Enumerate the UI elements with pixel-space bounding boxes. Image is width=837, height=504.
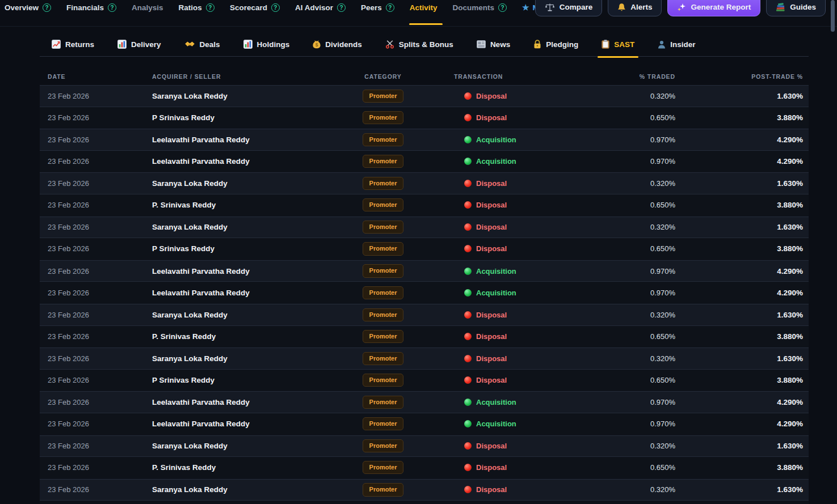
nav-item-ai-advisor[interactable]: AI Advisor ? (295, 2, 346, 13)
nav-item-ratios[interactable]: Ratios ? (179, 2, 214, 13)
category-badge: Promoter (363, 177, 404, 190)
table-row[interactable]: 23 Feb 2026 P. Srinivas Reddy Promoter D… (40, 457, 809, 479)
row-post-trade-percent: 4.290% (675, 157, 803, 166)
table-row[interactable]: 23 Feb 2026 P Srinivas Reddy Promoter Di… (40, 370, 809, 392)
tab-delivery[interactable]: Delivery (117, 40, 161, 49)
help-icon[interactable]: ? (108, 3, 116, 12)
tab-returns[interactable]: Returns (52, 40, 94, 49)
tab-deals[interactable]: Deals (184, 40, 220, 49)
tab-splits-bonus[interactable]: Splits & Bonus (385, 40, 453, 49)
help-icon[interactable]: ? (271, 3, 280, 12)
row-date: 23 Feb 2026 (40, 179, 142, 188)
row-category: Promoter (340, 155, 426, 168)
table-row[interactable]: 23 Feb 2026 Saranya Loka Reddy Promoter … (40, 217, 809, 239)
row-transaction: Acquisition (426, 398, 562, 406)
tab-dividends[interactable]: $ Dividends (313, 40, 362, 49)
money-bag-icon: $ (313, 40, 321, 49)
column-header-acquirer: ACQUIRER / SELLER (142, 73, 340, 80)
table-row[interactable]: 23 Feb 2026 Saranya Loka Reddy Promoter … (40, 304, 809, 326)
table-row[interactable]: 23 Feb 2026 Saranya Loka Reddy Promoter … (40, 348, 809, 370)
nav-item-financials[interactable]: Financials ? (66, 2, 116, 13)
table-row[interactable]: 23 Feb 2026 P Srinivas Reddy Promoter Di… (40, 501, 809, 504)
line-chart-icon (52, 40, 61, 49)
table-row[interactable]: 23 Feb 2026 Leelavathi Parvatha Reddy Pr… (40, 391, 809, 413)
row-post-trade-percent: 4.290% (675, 267, 803, 276)
row-category: Promoter (340, 374, 426, 387)
table-row[interactable]: 23 Feb 2026 Saranya Loka Reddy Promoter … (40, 172, 809, 194)
table-row[interactable]: 23 Feb 2026 P. Srinivas Reddy Promoter D… (40, 326, 809, 348)
nav-label: Overview (5, 2, 39, 13)
bar-chart-icon (243, 40, 253, 49)
row-date: 23 Feb 2026 (40, 354, 142, 363)
category-badge: Promoter (363, 396, 404, 409)
vertical-scrollbar-thumb[interactable] (831, 0, 835, 32)
row-post-trade-percent: 3.880% (675, 332, 803, 341)
help-icon[interactable]: ? (498, 3, 507, 12)
table-row[interactable]: 23 Feb 2026 Leelavathi Parvatha Reddy Pr… (40, 151, 809, 173)
tab-insider[interactable]: Insider (658, 40, 695, 49)
nav-item-analysis[interactable]: Analysis (132, 2, 163, 13)
table-row[interactable]: 23 Feb 2026 P. Srinivas Reddy Promoter D… (40, 194, 809, 217)
row-transaction: Disposal (426, 485, 562, 494)
table-header: DATE ACQUIRER / SELLER CATEGORY TRANSACT… (40, 68, 809, 85)
guides-button[interactable]: Guides (766, 0, 826, 16)
nav-item-overview[interactable]: Overview ? (5, 2, 51, 13)
tab-sast[interactable]: SAST (602, 40, 634, 49)
row-date: 23 Feb 2026 (40, 223, 142, 231)
table-row[interactable]: 23 Feb 2026 Leelavathi Parvatha Reddy Pr… (40, 129, 809, 151)
row-percent-traded: 0.320% (562, 92, 675, 100)
nav-item-peers[interactable]: Peers ? (361, 2, 394, 13)
row-post-trade-percent: 4.290% (675, 289, 803, 297)
transaction-label: Acquisition (476, 267, 516, 276)
help-icon[interactable]: ? (337, 3, 346, 12)
row-percent-traded: 0.650% (562, 332, 675, 341)
transaction-label: Disposal (476, 354, 507, 363)
transaction-label: Disposal (476, 485, 507, 494)
row-date: 23 Feb 2026 (40, 267, 142, 276)
nav-item-scorecard[interactable]: Scorecard ? (230, 2, 280, 13)
row-date: 23 Feb 2026 (40, 398, 142, 406)
transaction-dot-icon (464, 180, 472, 187)
tab-pledging[interactable]: Pledging (533, 40, 578, 49)
nav-item-activity[interactable]: Activity (410, 2, 438, 13)
row-category: Promoter (340, 111, 426, 124)
row-acquirer-seller: P Srinivas Reddy (142, 113, 340, 122)
help-icon[interactable]: ? (386, 3, 394, 12)
compare-button[interactable]: Compare (535, 0, 603, 16)
help-icon[interactable]: ? (43, 3, 51, 12)
nav-item-documents[interactable]: Documents ? (453, 2, 507, 13)
table-row[interactable]: 23 Feb 2026 Saranya Loka Reddy Promoter … (40, 85, 809, 107)
table-row[interactable]: 23 Feb 2026 Leelavathi Parvatha Reddy Pr… (40, 413, 809, 435)
alerts-button[interactable]: Alerts (608, 0, 662, 16)
table-row[interactable]: 23 Feb 2026 Saranya Loka Reddy Promoter … (40, 479, 809, 501)
table-row[interactable]: 23 Feb 2026 Leelavathi Parvatha Reddy Pr… (40, 282, 809, 304)
table-row[interactable]: 23 Feb 2026 Saranya Loka Reddy Promoter … (40, 435, 809, 458)
row-transaction: Acquisition (426, 135, 562, 144)
table-row[interactable]: 23 Feb 2026 P Srinivas Reddy Promoter Di… (40, 238, 809, 260)
row-date: 23 Feb 2026 (40, 463, 142, 472)
nav-label: Ratios (179, 2, 202, 13)
nav-label: Analysis (132, 2, 163, 13)
row-acquirer-seller: Saranya Loka Reddy (142, 354, 340, 363)
transaction-dot-icon (464, 376, 472, 384)
row-post-trade-percent: 3.880% (675, 201, 803, 209)
transaction-label: Disposal (476, 244, 507, 253)
row-category: Promoter (340, 90, 426, 103)
row-acquirer-seller: Saranya Loka Reddy (142, 223, 340, 231)
row-post-trade-percent: 1.630% (675, 442, 803, 450)
row-transaction: Disposal (426, 442, 562, 450)
transaction-dot-icon (464, 355, 472, 362)
generate-report-button[interactable]: Generate Report (667, 0, 760, 16)
category-badge: Promoter (363, 286, 404, 299)
table-row[interactable]: 23 Feb 2026 P Srinivas Reddy Promoter Di… (40, 107, 809, 129)
tab-label: Insider (670, 40, 695, 49)
nav-label: Financials (66, 2, 104, 13)
table-row[interactable]: 23 Feb 2026 Leelavathi Parvatha Reddy Pr… (40, 260, 809, 282)
tab-holdings[interactable]: Holdings (243, 40, 290, 49)
row-date: 23 Feb 2026 (40, 92, 142, 100)
row-percent-traded: 0.650% (562, 463, 675, 472)
tab-news[interactable]: News (477, 40, 510, 49)
transaction-dot-icon (464, 420, 472, 427)
row-post-trade-percent: 1.630% (675, 354, 803, 363)
help-icon[interactable]: ? (206, 3, 214, 12)
